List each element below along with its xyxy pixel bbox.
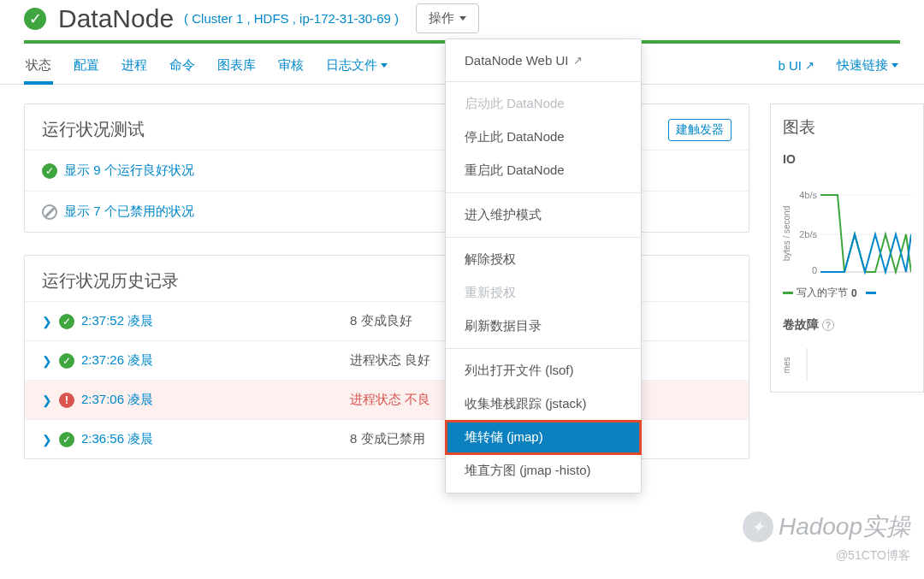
tab-webui[interactable]: b UI ↗	[776, 51, 816, 83]
charts-title: 图表	[783, 116, 911, 139]
actions-dropdown: DataNode Web UI ↗ 启动此 DataNode 停止此 DataN…	[445, 38, 642, 482]
dropdown-item-stop[interactable]: 停止此 DataNode	[446, 121, 641, 154]
tab-process[interactable]: 进程	[120, 50, 149, 84]
dropdown-item-jstack[interactable]: 收集堆栈跟踪 (jstack)	[446, 387, 641, 421]
dropdown-item-jmap[interactable]: 堆转储 (jmap)	[446, 421, 641, 454]
create-trigger-link[interactable]: 建触发器	[668, 119, 732, 141]
dropdown-item-maintenance[interactable]: 进入维护模式	[446, 198, 641, 232]
status-ok-icon: ✓	[42, 163, 57, 179]
status-ok-icon: ✓	[59, 432, 74, 447]
divider	[446, 81, 641, 82]
history-title: 运行状况历史记录	[42, 269, 179, 292]
chevron-right-icon: ❯	[42, 393, 52, 407]
external-link-icon: ↗	[573, 54, 583, 67]
tab-logs[interactable]: 日志文件	[324, 50, 389, 84]
svg-text:0: 0	[812, 265, 817, 275]
charts-panel: 图表 IO bytes / second 4b/s 2b/s 0 写入的字节	[770, 103, 924, 393]
status-ok-icon: ✓	[24, 8, 46, 30]
io-chart: bytes / second 4b/s 2b/s 0	[783, 169, 911, 281]
status-ok-icon: ✓	[59, 353, 74, 369]
caret-down-icon	[381, 63, 388, 68]
dropdown-item-webui[interactable]: DataNode Web UI ↗	[446, 44, 641, 76]
svg-text:mes: mes	[783, 357, 791, 374]
tab-config[interactable]: 配置	[72, 50, 101, 84]
divider	[446, 237, 641, 238]
svg-text:bytes / second: bytes / second	[783, 206, 791, 261]
status-ok-icon: ✓	[59, 314, 74, 329]
tab-commands[interactable]: 命令	[168, 50, 197, 84]
divider	[446, 348, 641, 349]
tab-status[interactable]: 状态	[24, 50, 53, 84]
caret-down-icon	[891, 63, 898, 68]
actions-dropdown-button[interactable]: 操作	[416, 3, 479, 33]
dropdown-item-jmap-histo[interactable]: 堆直方图 (jmap -histo)	[446, 454, 641, 482]
chart-legend: 写入的字节 0	[783, 286, 911, 300]
caret-down-icon	[459, 16, 466, 21]
dropdown-item-reauth: 重新授权	[446, 276, 641, 310]
external-link-icon: ↗	[805, 59, 814, 72]
dropdown-item-restart[interactable]: 重启此 DataNode	[446, 154, 641, 187]
volume-sparkline: mes	[783, 340, 911, 385]
svg-text:4b/s: 4b/s	[799, 190, 817, 200]
actions-label: 操作	[429, 10, 454, 27]
dropdown-item-lsof[interactable]: 列出打开文件 (lsof)	[446, 354, 641, 387]
dropdown-item-deauth[interactable]: 解除授权	[446, 243, 641, 276]
svg-text:2b/s: 2b/s	[799, 229, 817, 239]
status-disabled-icon	[42, 204, 57, 220]
io-chart-title: IO	[783, 152, 911, 166]
tab-charts[interactable]: 图表库	[216, 50, 258, 84]
chevron-right-icon: ❯	[42, 354, 52, 368]
breadcrumb[interactable]: ( Cluster 1 , HDFS , ip-172-31-30-69 )	[184, 11, 399, 26]
chevron-right-icon: ❯	[42, 315, 52, 328]
health-tests-title: 运行状况测试	[42, 118, 145, 141]
legend-swatch-icon	[783, 292, 793, 294]
chevron-right-icon: ❯	[42, 433, 52, 446]
legend-swatch-icon	[866, 292, 876, 294]
help-icon[interactable]: ?	[822, 319, 834, 331]
dropdown-item-start: 启动此 DataNode	[446, 87, 641, 121]
tab-quicklinks[interactable]: 快速链接	[835, 50, 900, 84]
dropdown-item-refresh[interactable]: 刷新数据目录	[446, 310, 641, 343]
divider	[446, 192, 641, 193]
status-bad-icon: !	[59, 393, 74, 408]
volume-fault-title: 卷故障 ?	[783, 317, 911, 333]
page-title: DataNode	[58, 4, 174, 33]
tab-audit[interactable]: 审核	[276, 50, 305, 84]
